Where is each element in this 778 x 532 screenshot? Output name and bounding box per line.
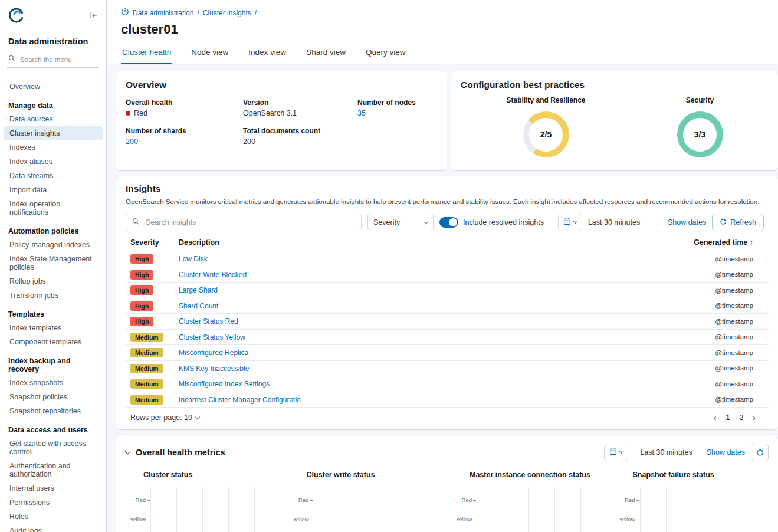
generated-time: @timestamp bbox=[664, 396, 764, 403]
refresh-icon-button[interactable] bbox=[751, 444, 769, 461]
opensearch-logo-icon bbox=[8, 7, 25, 24]
severity-badge: High bbox=[130, 285, 153, 295]
tab-query-view[interactable]: Query view bbox=[365, 44, 407, 64]
page-1-button[interactable]: 1 bbox=[726, 413, 730, 422]
sidebar-header-templates: Templates bbox=[0, 303, 106, 321]
sidebar-item-roles[interactable]: Roles bbox=[4, 510, 103, 524]
sidebar-item-overview[interactable]: Overview bbox=[4, 80, 103, 94]
insight-link[interactable]: Misconfigured Replica bbox=[179, 349, 248, 357]
insight-link[interactable]: Cluster Status Yellow bbox=[179, 333, 245, 341]
breadcrumb-data-administration[interactable]: Data administration bbox=[133, 9, 193, 17]
sidebar-item-authentication-authorization[interactable]: Authentication and authorization bbox=[4, 459, 103, 481]
insights-search[interactable] bbox=[126, 214, 362, 231]
generated-time: @timestamp bbox=[664, 333, 764, 340]
health-metrics-title[interactable]: Overall health metrics bbox=[136, 448, 225, 457]
time-range-value[interactable]: Last 30 minutes bbox=[582, 218, 646, 226]
sidebar-item-internal-users[interactable]: Internal users bbox=[4, 481, 103, 495]
breadcrumb-separator: / bbox=[197, 9, 199, 17]
version-value: OpenSearch 3.1 bbox=[243, 109, 349, 117]
tab-index-view[interactable]: Index view bbox=[247, 44, 287, 64]
tab-cluster-health[interactable]: Cluster health bbox=[121, 44, 172, 64]
tab-node-view[interactable]: Node view bbox=[190, 44, 229, 64]
insight-link[interactable]: Shard Count bbox=[179, 302, 218, 310]
sidebar-item-snapshot-policies[interactable]: Snapshot policies bbox=[4, 390, 103, 404]
sidebar-header-index-backup-recovery: Index backup and recovery bbox=[0, 349, 106, 376]
sidebar-item-permissions[interactable]: Permissions bbox=[4, 495, 103, 510]
generated-time: @timestamp bbox=[664, 318, 764, 325]
sidebar-item-get-started-access-control[interactable]: Get started with access control bbox=[4, 436, 103, 459]
field-total-documents-count: Total documents count 200 bbox=[243, 127, 349, 146]
sidebar-item-index-templates[interactable]: Index templates bbox=[4, 321, 103, 335]
breadcrumb-cluster-insights[interactable]: Cluster insights bbox=[203, 9, 251, 17]
previous-page-button[interactable]: ‹ bbox=[714, 413, 717, 422]
severity-badge: Medium bbox=[130, 379, 163, 389]
insight-row: High Cluster Write Blocked @timestamp bbox=[126, 267, 769, 283]
severity-badge: High bbox=[130, 254, 153, 264]
insight-link[interactable]: Cluster Write Blocked bbox=[179, 271, 247, 279]
severity-filter-select[interactable]: Severity bbox=[367, 214, 434, 231]
sidebar-item-indexes[interactable]: Indexes bbox=[4, 140, 103, 155]
sidebar-nav: Overview Manage data Data sources Cluste… bbox=[0, 74, 106, 532]
number-of-shards-link[interactable]: 200 bbox=[126, 137, 235, 146]
insights-card: Insights OpenSearch Service monitors cri… bbox=[116, 176, 778, 429]
sidebar-item-ism-policies[interactable]: Index State Management policies bbox=[4, 252, 103, 274]
insight-row: High Low Disk @timestamp bbox=[126, 251, 769, 267]
insight-link[interactable]: Large Shard bbox=[179, 286, 218, 294]
sidebar-search[interactable] bbox=[7, 53, 99, 68]
sidebar-item-import-data[interactable]: Import data bbox=[4, 183, 103, 197]
show-dates-link[interactable]: Show dates bbox=[707, 448, 745, 457]
number-of-nodes-link[interactable]: 35 bbox=[357, 109, 437, 117]
refresh-icon bbox=[720, 218, 727, 227]
sidebar-item-transform-jobs[interactable]: Transform jobs bbox=[4, 288, 103, 303]
insight-link[interactable]: Low Disk bbox=[179, 255, 208, 263]
sidebar-item-index-aliases[interactable]: Index aliases bbox=[4, 155, 103, 169]
sidebar-item-snapshot-repositories[interactable]: Snapshot repositories bbox=[4, 404, 103, 418]
sidebar-search-input[interactable] bbox=[19, 55, 98, 64]
sort-ascending-icon: ↑ bbox=[750, 238, 753, 247]
sidebar-item-data-sources[interactable]: Data sources bbox=[4, 112, 103, 126]
insights-search-input[interactable] bbox=[145, 218, 355, 227]
sidebar-item-index-snapshots[interactable]: Index snapshots bbox=[4, 376, 103, 390]
insights-description: OpenSearch Service monitors critical met… bbox=[126, 198, 769, 206]
page-title: cluster01 bbox=[121, 22, 764, 37]
page-2-button[interactable]: 2 bbox=[739, 413, 743, 422]
table-header-row: Severity Description Generated time ↑ bbox=[126, 238, 769, 251]
show-dates-link[interactable]: Show dates bbox=[668, 218, 706, 226]
rows-per-page-select[interactable]: Rows per page: 10 bbox=[130, 413, 199, 422]
insight-link[interactable]: Cluster Status Red bbox=[179, 317, 238, 326]
sidebar-item-component-templates[interactable]: Component templates bbox=[4, 335, 103, 349]
sidebar-item-data-streams[interactable]: Data streams bbox=[4, 169, 103, 183]
page-header: Data administration / Cluster insights /… bbox=[107, 0, 778, 64]
collapse-sidebar-icon[interactable] bbox=[88, 10, 99, 21]
field-overall-health: Overall health Red bbox=[126, 98, 235, 117]
include-resolved-toggle[interactable] bbox=[439, 217, 458, 228]
quick-select-date-button[interactable] bbox=[604, 444, 628, 461]
y-axis: Red Yellow Green bbox=[126, 487, 150, 532]
time-range-value[interactable]: Last 30 minutes bbox=[634, 448, 698, 457]
sidebar-item-policy-managed-indexes[interactable]: Policy-managed indexes bbox=[4, 238, 103, 252]
overview-card: Overview Overall health Red Version Open… bbox=[116, 71, 447, 170]
next-page-button[interactable]: › bbox=[753, 413, 756, 422]
insight-link[interactable]: KMS Key Inaccessible bbox=[179, 364, 249, 373]
sidebar-item-cluster-insights[interactable]: Cluster insights bbox=[4, 126, 103, 140]
sidebar-item-index-operation-notifications[interactable]: Index operation notifications bbox=[4, 197, 103, 219]
refresh-button[interactable]: Refresh bbox=[712, 214, 764, 231]
quick-select-date-button[interactable] bbox=[558, 214, 582, 231]
insight-row: Medium Misconfigured Replica @timestamp bbox=[126, 345, 769, 361]
chart-snapshot-failure-status: Snapshot failure status Red Yellow Green bbox=[615, 471, 769, 532]
include-resolved-toggle-wrap: Include resolved insights bbox=[439, 217, 544, 228]
sidebar-item-rollup-jobs[interactable]: Rollup jobs bbox=[4, 274, 103, 288]
security-gauge-block: Security 3/3 bbox=[677, 96, 723, 157]
tab-shard-view[interactable]: Shard view bbox=[305, 44, 347, 64]
calendar-icon bbox=[609, 448, 617, 457]
chart-cluster-write-status: Cluster write status Red Yellow Green bbox=[289, 471, 443, 532]
main-area: Data administration / Cluster insights /… bbox=[107, 0, 778, 532]
insight-link[interactable]: Misconfigured Index Settings bbox=[179, 380, 270, 388]
date-picker: Last 30 minutes bbox=[558, 214, 646, 231]
sidebar-item-audit-logs[interactable]: Audit logs bbox=[4, 524, 103, 532]
insight-link[interactable]: Incorrect Cluster Manager Configuratio bbox=[179, 396, 301, 404]
collapse-section-icon[interactable] bbox=[125, 449, 131, 455]
chart-cluster-status: Cluster status Red Yellow Green bbox=[126, 471, 280, 532]
generated-time-column-header[interactable]: Generated time ↑ bbox=[664, 238, 764, 247]
recently-viewed-icon[interactable] bbox=[121, 8, 129, 18]
